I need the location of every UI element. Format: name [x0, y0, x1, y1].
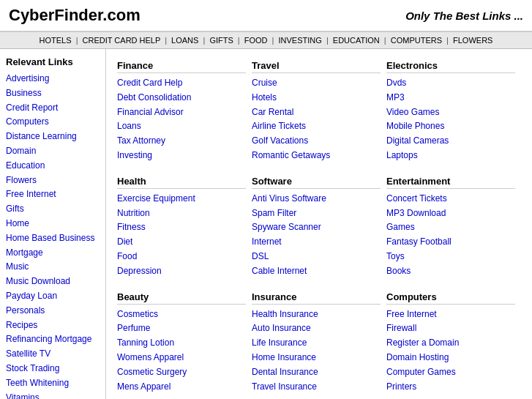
category-link[interactable]: Financial Advisor — [117, 105, 246, 120]
sidebar-link[interactable]: Refinancing Mortgage — [6, 332, 100, 347]
category-content: FinanceCredit Card HelpDebt Consolidatio… — [106, 49, 532, 399]
nav-item[interactable]: GIFTS — [209, 36, 233, 45]
sidebar-link[interactable]: Music — [6, 260, 100, 275]
category-link[interactable]: Video Games — [386, 105, 515, 120]
category-link[interactable]: Free Internet — [386, 307, 515, 322]
sidebar-link[interactable]: Mortgage — [6, 246, 100, 261]
sidebar-link[interactable]: Computers — [6, 115, 100, 130]
category-link[interactable]: MP3 Download — [386, 206, 515, 221]
category-link[interactable]: Tax Attorney — [117, 134, 246, 149]
category-link[interactable]: Romantic Getaways — [252, 149, 381, 163]
category-link[interactable]: Register a Domain — [386, 336, 515, 351]
sidebar-link[interactable]: Recipes — [6, 318, 100, 333]
category-link[interactable]: Fitness — [117, 220, 246, 235]
category-link[interactable]: Health Insurance — [252, 307, 381, 322]
category-link[interactable]: Golf Vacations — [252, 134, 381, 149]
category-link[interactable]: Laptops — [386, 149, 515, 163]
sidebar-link[interactable]: Free Internet — [6, 187, 100, 202]
category-link[interactable]: Nutrition — [117, 206, 246, 221]
sidebar: Relevant Links AdvertisingBusinessCredit… — [0, 49, 106, 399]
category-section: SoftwareAnti Virus SoftwareSpam FilterSp… — [252, 172, 386, 288]
category-link[interactable]: Perfume — [117, 321, 246, 336]
category-link[interactable]: Firewall — [386, 321, 515, 336]
nav-separator: | — [446, 36, 449, 45]
category-link[interactable]: Digital Cameras — [386, 134, 515, 149]
sidebar-link[interactable]: Credit Report — [6, 101, 100, 116]
category-link[interactable]: Airline Tickets — [252, 119, 381, 134]
nav-item[interactable]: HOTELS — [40, 36, 72, 45]
category-link[interactable]: Cosmetic Surgery — [117, 365, 246, 380]
category-link[interactable]: Cosmetics — [117, 307, 246, 322]
sidebar-link[interactable]: Flowers — [6, 174, 100, 188]
category-link[interactable]: Food — [117, 250, 246, 264]
category-link[interactable]: Life Insurance — [252, 336, 381, 351]
category-link[interactable]: Concert Tickets — [386, 192, 515, 206]
nav-separator: | — [238, 36, 240, 45]
sidebar-link[interactable]: Payday Loan — [6, 289, 100, 304]
category-link[interactable]: Womens Apparel — [117, 351, 246, 365]
sidebar-link[interactable]: Education — [6, 159, 100, 174]
category-link[interactable]: Loans — [117, 119, 246, 134]
nav-item[interactable]: FOOD — [244, 36, 268, 45]
sidebar-link[interactable]: Domain — [6, 144, 100, 159]
category-link[interactable]: Anti Virus Software — [252, 192, 381, 206]
sidebar-link[interactable]: Gifts — [6, 202, 100, 217]
category-link[interactable]: Printers — [386, 380, 515, 395]
category-link[interactable]: Spam Filter — [252, 206, 381, 221]
category-title: Electronics — [386, 60, 515, 73]
sidebar-link[interactable]: Satellite TV — [6, 347, 100, 362]
nav-item[interactable]: LOANS — [171, 36, 198, 45]
category-link[interactable]: Cable Internet — [252, 264, 381, 279]
category-link[interactable]: Depression — [117, 264, 246, 279]
category-title: Health — [117, 176, 246, 189]
category-section: ElectronicsDvdsMP3Video GamesMobile Phon… — [386, 56, 521, 172]
sidebar-link[interactable]: Music Download — [6, 275, 100, 289]
category-link[interactable]: Home Insurance — [252, 351, 381, 365]
category-link[interactable]: DSL — [252, 250, 381, 264]
nav-item[interactable]: INVESTING — [279, 36, 322, 45]
category-link[interactable]: Games — [386, 220, 515, 235]
category-link[interactable]: Investing — [117, 149, 246, 163]
nav-separator: | — [272, 36, 274, 45]
category-link[interactable]: Auto Insurance — [252, 321, 381, 336]
sidebar-link[interactable]: Stock Trading — [6, 362, 100, 376]
category-link[interactable]: Dvds — [386, 76, 515, 91]
category-link[interactable]: Books — [386, 264, 515, 279]
sidebar-link[interactable]: Home Based Business — [6, 231, 100, 246]
nav-item[interactable]: FLOWERS — [453, 36, 492, 45]
category-section: ComputersFree InternetFirewallRegister a… — [386, 288, 521, 399]
category-link[interactable]: Mens Apparel — [117, 380, 246, 395]
category-link[interactable]: Spyware Scanner — [252, 220, 381, 235]
sidebar-link[interactable]: Advertising — [6, 72, 100, 86]
category-link[interactable]: Travel Insurance — [252, 380, 381, 395]
sidebar-link[interactable]: Distance Learning — [6, 130, 100, 144]
nav-item[interactable]: COMPUTERS — [391, 36, 442, 45]
sidebar-link[interactable]: Teeth Whitening — [6, 376, 100, 391]
category-link[interactable]: Hotels — [252, 91, 381, 105]
category-link[interactable]: MP3 — [386, 91, 515, 105]
sidebar-link[interactable]: Home — [6, 217, 100, 231]
category-link[interactable]: Tanning Lotion — [117, 336, 246, 351]
category-link[interactable]: Domain Hosting — [386, 351, 515, 365]
category-link[interactable]: Toys — [386, 250, 515, 264]
category-link[interactable]: Computer Games — [386, 365, 515, 380]
navbar: HOTELS | CREDIT CARD HELP | LOANS | GIFT… — [0, 32, 532, 49]
sidebar-link[interactable]: Vitamins — [6, 391, 100, 399]
category-link[interactable]: Credit Card Help — [117, 76, 246, 91]
category-link[interactable]: Fantasy Football — [386, 235, 515, 250]
category-section: FinanceCredit Card HelpDebt Consolidatio… — [117, 56, 252, 172]
category-section: EntertainmentConcert TicketsMP3 Download… — [386, 172, 521, 288]
category-link[interactable]: Cruise — [252, 76, 381, 91]
nav-item[interactable]: EDUCATION — [333, 36, 380, 45]
category-link[interactable]: Exercise Equipment — [117, 192, 246, 206]
category-link[interactable]: Dental Insurance — [252, 365, 381, 380]
category-title: Software — [252, 176, 381, 189]
category-link[interactable]: Car Rental — [252, 105, 381, 120]
sidebar-link[interactable]: Personals — [6, 304, 100, 318]
category-link[interactable]: Diet — [117, 235, 246, 250]
nav-item[interactable]: CREDIT CARD HELP — [83, 36, 161, 45]
sidebar-link[interactable]: Business — [6, 86, 100, 101]
category-link[interactable]: Debt Consolidation — [117, 91, 246, 105]
category-link[interactable]: Internet — [252, 235, 381, 250]
category-link[interactable]: Mobile Phones — [386, 119, 515, 134]
